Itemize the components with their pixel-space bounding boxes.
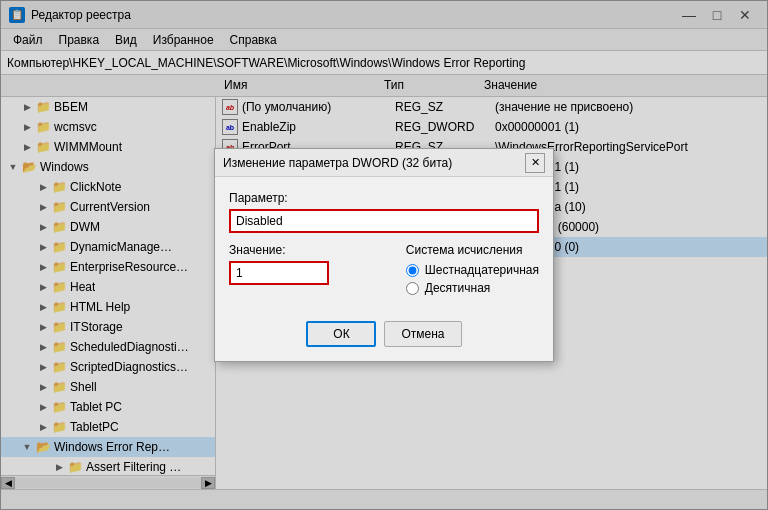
ok-button[interactable]: ОК <box>306 321 376 347</box>
dialog-overlay: Изменение параметра DWORD (32 бита) ✕ Па… <box>0 0 768 510</box>
radio-hex[interactable] <box>406 264 419 277</box>
dialog-title-bar: Изменение параметра DWORD (32 бита) ✕ <box>215 149 553 177</box>
value-input[interactable] <box>229 261 329 285</box>
dialog-buttons: ОК Отмена <box>215 313 553 361</box>
radio-hex-row: Шестнадцатеричная <box>406 263 539 277</box>
radio-dec[interactable] <box>406 282 419 295</box>
param-input[interactable] <box>229 209 539 233</box>
radio-dec-label: Десятичная <box>425 281 491 295</box>
value-label: Значение: <box>229 243 394 257</box>
dialog-body: Параметр: Значение: Система исчисления Ш… <box>215 177 553 313</box>
radio-hex-label: Шестнадцатеричная <box>425 263 539 277</box>
radio-group-label: Система исчисления <box>406 243 539 257</box>
param-section: Параметр: <box>229 191 539 233</box>
value-and-radio-row: Значение: Система исчисления Шестнадцате… <box>229 243 539 299</box>
edit-dword-dialog: Изменение параметра DWORD (32 бита) ✕ Па… <box>214 148 554 362</box>
cancel-button[interactable]: Отмена <box>384 321 461 347</box>
dialog-title: Изменение параметра DWORD (32 бита) <box>223 156 525 170</box>
dialog-close-button[interactable]: ✕ <box>525 153 545 173</box>
param-label: Параметр: <box>229 191 539 205</box>
radio-section: Система исчисления Шестнадцатеричная Дес… <box>406 243 539 299</box>
value-section: Значение: <box>229 243 394 299</box>
radio-dec-row: Десятичная <box>406 281 539 295</box>
